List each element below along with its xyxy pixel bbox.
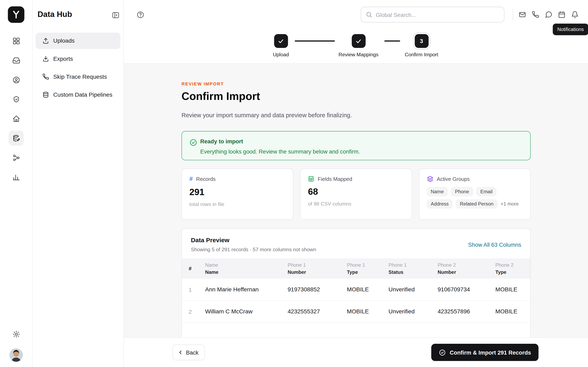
group-chips: Name Phone Email Address Related Person … — [427, 187, 523, 209]
step-label: Confirm Import — [392, 52, 452, 57]
check-icon — [355, 38, 362, 44]
chat-icon — [545, 11, 553, 18]
ready-banner: Ready to import Everything looks good. R… — [182, 131, 531, 160]
help-icon — [136, 11, 144, 18]
phone-icon — [43, 73, 49, 80]
confirm-label: Confirm & Import 291 Records — [450, 349, 531, 356]
rail-analytics-button[interactable] — [9, 170, 24, 184]
data-edit-icon — [12, 134, 20, 142]
summary-cards: #Records 291 total rows in file Fields M… — [182, 169, 531, 220]
dashboard-icon — [12, 37, 20, 45]
card-label: Fields Mapped — [318, 176, 352, 182]
fields-mapped-value: 68 — [308, 187, 404, 197]
step-upload-indicator[interactable] — [274, 34, 288, 48]
group-chip: Address — [427, 199, 453, 209]
fields-mapped-caption: of 98 CSV columns — [308, 201, 404, 207]
cell-phone1-status: Unverified — [389, 286, 438, 293]
sidebar-item-label: Uploads — [53, 38, 75, 44]
action-footer: Back Confirm & Import 291 Records — [124, 338, 588, 367]
cell-name: William C McCraw — [205, 308, 288, 315]
sidebar-item-label: Skip Trace Requests — [53, 73, 107, 80]
user-circle-icon — [12, 76, 20, 84]
cell-name: Ann Marie Heffernan — [205, 286, 288, 293]
section-eyebrow: REVIEW IMPORT — [182, 81, 224, 87]
step-confirm-indicator[interactable]: 3 — [415, 34, 429, 48]
confirm-import-button[interactable]: Confirm & Import 291 Records — [432, 344, 539, 361]
sidebar-item-label: Custom Data Pipelines — [53, 91, 112, 98]
search-icon — [366, 11, 372, 18]
sidebar-title: Data Hub — [38, 10, 72, 19]
bell-icon — [571, 11, 579, 18]
data-hub-sidebar: Data Hub Uploads Exports Skip Trace Requ… — [33, 0, 124, 367]
column-header-phone1-status: Phone 1Status — [389, 258, 438, 278]
banner-title: Ready to import — [200, 138, 243, 145]
rail-dashboard-button[interactable] — [9, 33, 24, 48]
calls-button[interactable] — [529, 8, 541, 21]
column-header-name: NameName — [205, 258, 288, 278]
top-header: Notifications — [124, 0, 588, 30]
cell-phone1-number: 9197308852 — [288, 286, 347, 293]
back-button[interactable]: Back — [173, 345, 205, 360]
cell-phone2-number: 4232557896 — [438, 308, 495, 315]
rail-integrations-button[interactable] — [9, 150, 24, 165]
active-groups-card: Active Groups Name Phone Email Address R… — [419, 169, 531, 220]
viewport: Data Hub Uploads Exports Skip Trace Requ… — [0, 0, 588, 367]
spreadsheet-icon — [308, 175, 314, 182]
mail-icon — [519, 11, 526, 18]
sidebar-item-custom-pipelines[interactable]: Custom Data Pipelines — [35, 86, 120, 103]
notifications-button[interactable] — [569, 8, 581, 21]
column-header-phone2-number: Phone 2Number — [438, 258, 495, 278]
row-index: 2 — [189, 309, 205, 315]
calendar-button[interactable] — [556, 8, 568, 21]
avatar-photo-icon — [9, 348, 23, 362]
group-chip: Related Person — [456, 199, 498, 209]
step-review-indicator[interactable] — [352, 34, 365, 48]
bar-chart-icon — [12, 173, 20, 181]
cell-phone1-type: MOBILE — [347, 286, 389, 293]
step-number: 3 — [420, 38, 423, 44]
rail-contacts-button[interactable] — [9, 72, 24, 87]
help-button[interactable] — [134, 8, 147, 21]
step-confirm-import: 3 Confirm Import — [392, 34, 452, 57]
upload-icon — [43, 38, 49, 44]
sidebar-item-uploads[interactable]: Uploads — [35, 33, 120, 49]
check-circle-icon — [439, 349, 446, 356]
sidebar-item-skip-trace[interactable]: Skip Trace Requests — [35, 68, 120, 85]
inbox-icon — [12, 56, 20, 64]
nodes-icon — [12, 154, 20, 162]
user-avatar[interactable] — [9, 348, 23, 362]
phone-icon — [532, 11, 539, 18]
column-header-phone2-type: Phone 2Type — [495, 258, 523, 278]
card-label: Records — [196, 176, 216, 182]
messages-button[interactable] — [543, 8, 555, 21]
import-stepper: Upload Review Mappings 3 Confirm Import — [124, 30, 588, 64]
mail-button[interactable] — [516, 8, 528, 21]
collapse-sidebar-button[interactable] — [111, 10, 121, 20]
page-title: Confirm Import — [182, 90, 260, 103]
cell-phone1-number: 4232555327 — [288, 308, 347, 315]
app-logo[interactable] — [8, 6, 25, 23]
check-circle-icon — [190, 139, 198, 147]
rail-settings-button[interactable] — [9, 327, 24, 342]
cell-phone2-type: MOBILE — [495, 286, 523, 293]
more-groups-label: +1 more — [501, 201, 519, 207]
show-all-columns-link[interactable]: Show All 63 Columns — [468, 242, 521, 248]
global-search — [361, 7, 504, 22]
global-search-input[interactable] — [376, 11, 499, 18]
records-card: #Records 291 total rows in file — [182, 169, 293, 220]
rail-inbox-button[interactable] — [9, 53, 24, 68]
sidebar-item-exports[interactable]: Exports — [35, 50, 120, 67]
rail-properties-button[interactable] — [9, 111, 24, 126]
rail-deals-button[interactable] — [9, 92, 24, 107]
column-header-index: # — [189, 258, 205, 278]
header-divider — [513, 9, 513, 21]
records-value: 291 — [190, 187, 286, 197]
check-icon — [277, 38, 284, 44]
rail-data-hub-button[interactable] — [9, 131, 24, 146]
card-label: Active Groups — [437, 176, 470, 182]
table-header-row: # NameName Phone 1Number Phone 1Type Pho… — [182, 258, 530, 278]
table-row: 2 William C McCraw 4232555327 MOBILE Unv… — [182, 300, 530, 322]
preview-table: # NameName Phone 1Number Phone 1Type Pho… — [182, 258, 530, 333]
banner-message: Everything looks good. Review the summar… — [200, 148, 360, 155]
cell-phone2-type: MOBILE — [495, 308, 523, 315]
